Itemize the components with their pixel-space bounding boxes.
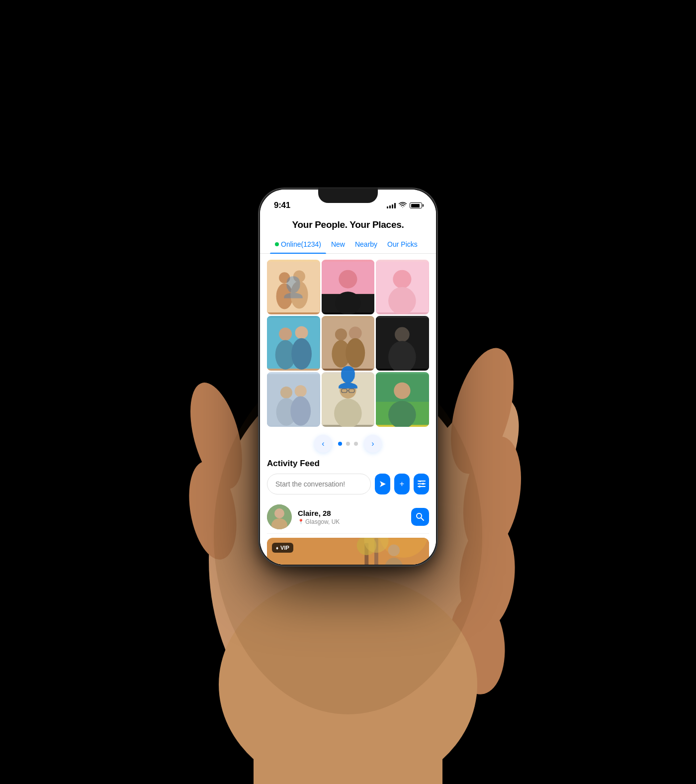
- svg-point-14: [276, 284, 293, 309]
- photo-cell-4[interactable]: [267, 316, 320, 371]
- svg-point-40: [295, 385, 307, 397]
- phone-screen: 9:41: [260, 190, 436, 565]
- svg-point-22: [393, 270, 412, 289]
- dot-3: [354, 442, 358, 446]
- tab-bar: Online(1234) New Nearby Our Picks: [260, 232, 436, 254]
- photo-grid: [260, 254, 436, 431]
- svg-point-19: [339, 270, 357, 289]
- svg-point-27: [295, 326, 308, 339]
- svg-point-35: [395, 327, 410, 342]
- svg-point-33: [346, 338, 365, 368]
- svg-point-28: [291, 338, 312, 370]
- svg-point-30: [335, 328, 347, 340]
- wifi-icon: [399, 202, 407, 209]
- photo-cell-6[interactable]: [376, 316, 429, 371]
- scene: 9:41: [0, 0, 696, 784]
- photo-cell-7[interactable]: [267, 372, 320, 427]
- location-pin-icon: 📍: [298, 519, 304, 524]
- user-name: Claire, 28: [298, 509, 405, 517]
- photo-cell-5[interactable]: [322, 316, 375, 371]
- dot-2: [346, 442, 350, 446]
- svg-point-38: [280, 387, 292, 398]
- app-header: Your People. Your Places.: [260, 214, 436, 230]
- phone-shell: 9:41: [259, 188, 437, 566]
- pagination-dots: [338, 442, 358, 446]
- pagination: ‹ ›: [260, 431, 436, 459]
- svg-point-56: [422, 483, 424, 485]
- phone-device: 9:41: [259, 188, 437, 566]
- svg-rect-8: [263, 774, 433, 784]
- activity-feed-section: Activity Feed +: [260, 459, 436, 534]
- add-button[interactable]: +: [394, 474, 410, 494]
- chat-input-row: +: [267, 474, 429, 494]
- app-title: Your People. Your Places.: [270, 219, 426, 230]
- activity-feed-title: Activity Feed: [267, 459, 429, 469]
- svg-point-23: [388, 287, 416, 314]
- tab-online[interactable]: Online(1234): [270, 237, 326, 253]
- user-avatar: [267, 504, 292, 529]
- svg-point-47: [334, 398, 362, 427]
- user-info: Claire, 28 📍 Glasgow, UK: [298, 509, 405, 525]
- svg-point-32: [348, 327, 361, 340]
- online-indicator: [275, 242, 279, 246]
- svg-line-62: [421, 518, 424, 520]
- photo-cell-9[interactable]: [376, 372, 429, 427]
- photo-cell-2[interactable]: [322, 260, 375, 314]
- dot-1: [338, 442, 342, 446]
- user-card[interactable]: Claire, 28 📍 Glasgow, UK: [267, 500, 429, 534]
- svg-point-20: [335, 292, 361, 314]
- svg-point-25: [279, 327, 292, 340]
- svg-point-16: [290, 281, 308, 309]
- photo-cell-3[interactable]: [376, 260, 429, 314]
- user-location: 📍 Glasgow, UK: [298, 518, 405, 525]
- signal-icon: [387, 202, 396, 208]
- prev-button[interactable]: ‹: [314, 435, 332, 453]
- chat-input[interactable]: [267, 474, 371, 494]
- svg-rect-52: [418, 481, 426, 482]
- vip-card[interactable]: ♦ VIP: [267, 538, 429, 565]
- phone-notch: [318, 188, 378, 203]
- vip-badge: ♦ VIP: [272, 543, 293, 553]
- send-button[interactable]: [375, 474, 390, 494]
- status-time: 9:41: [274, 200, 290, 210]
- diamond-icon: ♦: [276, 545, 278, 551]
- svg-point-50: [394, 383, 410, 399]
- tab-new[interactable]: New: [326, 237, 350, 253]
- svg-point-41: [290, 396, 311, 426]
- app-content: Your People. Your Places. Online(1234) N…: [260, 214, 436, 565]
- svg-point-59: [274, 508, 284, 518]
- svg-point-15: [293, 271, 305, 283]
- svg-point-13: [279, 272, 290, 283]
- tab-nearby[interactable]: Nearby: [350, 237, 382, 253]
- next-button[interactable]: ›: [364, 435, 382, 453]
- svg-point-69: [388, 544, 400, 556]
- filter-button[interactable]: [414, 474, 429, 494]
- battery-icon: [410, 202, 422, 208]
- svg-rect-53: [418, 484, 426, 485]
- status-icons: [387, 202, 422, 209]
- svg-point-55: [419, 481, 421, 482]
- svg-point-57: [419, 486, 421, 488]
- tab-our-picks[interactable]: Our Picks: [382, 237, 423, 253]
- user-action-button[interactable]: [411, 508, 429, 526]
- photo-cell-1[interactable]: [267, 260, 320, 314]
